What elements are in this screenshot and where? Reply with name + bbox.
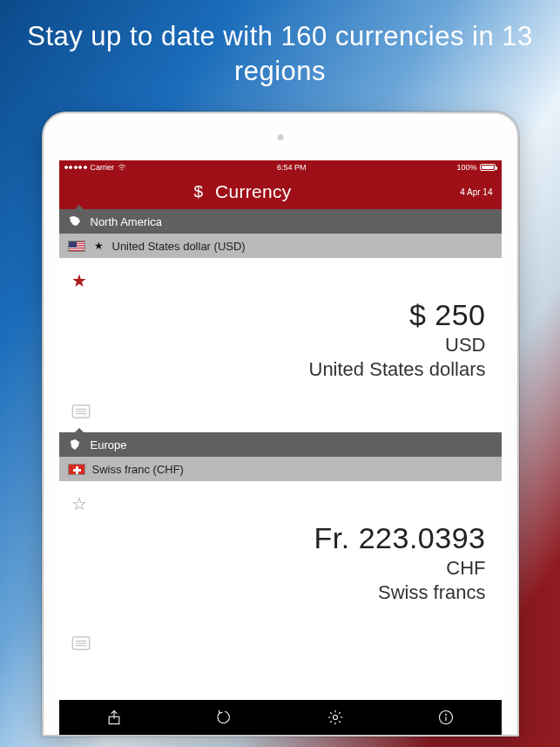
note-icon[interactable]: [71, 636, 91, 650]
battery-icon: [480, 164, 496, 171]
bottom-toolbar: [59, 700, 502, 735]
continent-icon: [68, 438, 82, 452]
app-screen: Carrier 6:54 PM 100% $ Currency 4 Apr 14: [59, 160, 502, 735]
amount-box: Fr. 223.0393 CHF Swiss francs: [314, 521, 486, 604]
nav-bar: $ Currency 4 Apr 14: [59, 174, 502, 209]
svg-point-13: [446, 714, 447, 715]
status-time: 6:54 PM: [277, 163, 307, 172]
svg-point-0: [121, 169, 123, 171]
tablet-camera: [277, 134, 283, 140]
battery-pct: 100%: [456, 163, 476, 172]
continent-icon: [68, 214, 82, 228]
wifi-icon: [118, 163, 126, 172]
nav-date: 4 Apr 14: [460, 187, 492, 197]
nav-title: Currency: [215, 181, 292, 202]
favorite-star-icon[interactable]: ☆: [71, 493, 87, 514]
region-header-europe[interactable]: Europe: [59, 432, 502, 457]
star-icon: ★: [94, 240, 104, 252]
info-button[interactable]: [428, 700, 463, 735]
carrier-label: Carrier: [91, 163, 115, 172]
signal-dots-icon: [64, 166, 87, 169]
settings-button[interactable]: [318, 700, 353, 735]
amount-code: USD: [309, 334, 486, 357]
refresh-button[interactable]: [207, 700, 242, 735]
tablet-frame: Carrier 6:54 PM 100% $ Currency 4 Apr 14: [42, 112, 519, 737]
amount-name: Swiss francs: [314, 581, 486, 604]
currency-panel-chf[interactable]: ☆ Fr. 223.0393 CHF Swiss francs: [59, 481, 502, 664]
amount-box: $ 250 USD United States dollars: [309, 298, 486, 381]
amount-name: United States dollars: [309, 358, 486, 381]
svg-point-10: [334, 716, 338, 720]
flag-ch-icon: [68, 464, 85, 475]
region-name: North America: [91, 215, 162, 228]
status-bar: Carrier 6:54 PM 100%: [59, 160, 502, 174]
status-left: Carrier: [64, 163, 127, 172]
amount-code: CHF: [314, 557, 486, 580]
currency-row-usd[interactable]: ★ United States dollar (USD): [59, 234, 502, 258]
currency-row-chf[interactable]: Swiss franc (CHF): [59, 457, 502, 481]
nav-currency-symbol: $: [194, 182, 204, 201]
share-button[interactable]: [97, 700, 132, 735]
favorite-star-icon[interactable]: ★: [71, 270, 87, 291]
flag-us-icon: [68, 241, 85, 252]
marketing-tagline: Stay up to date with 160 currencies in 1…: [0, 0, 560, 105]
currency-row-label: Swiss franc (CHF): [92, 463, 184, 476]
amount-value[interactable]: Fr. 223.0393: [314, 521, 486, 555]
content-filler: [59, 664, 502, 700]
region-name: Europe: [91, 438, 127, 452]
amount-value[interactable]: $ 250: [309, 298, 486, 332]
currency-row-label: United States dollar (USD): [112, 240, 246, 253]
region-header-north-america[interactable]: North America: [59, 209, 502, 234]
note-icon[interactable]: [71, 404, 91, 418]
currency-panel-usd[interactable]: ★ $ 250 USD United States dollars: [59, 258, 502, 432]
status-right: 100%: [456, 163, 496, 172]
